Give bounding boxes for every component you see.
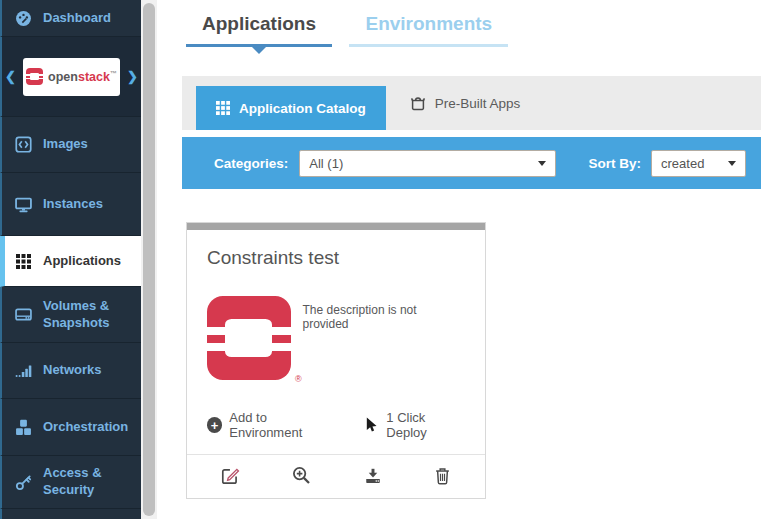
main-content: Applications Environments Application Ca… [157, 0, 761, 519]
grid-icon [15, 253, 32, 270]
shopping-bag-icon [410, 95, 426, 111]
chevron-right-icon[interactable]: ❯ [127, 69, 138, 84]
sidebar-next-item-partial [0, 509, 141, 519]
caret-down-icon [538, 161, 546, 166]
sidebar-item-label: Orchestration [43, 419, 128, 436]
sidebar-item-images[interactable]: Images [0, 117, 141, 173]
sidebar-item-label: Dashboard [43, 10, 111, 27]
scrollbar-thumb[interactable] [143, 3, 155, 516]
cursor-icon [364, 417, 379, 433]
categories-label: Categories: [214, 156, 288, 171]
sidebar-item-label: Volumes & Snapshots [43, 298, 141, 332]
active-tab-pointer [252, 47, 266, 54]
card-footer [187, 454, 485, 498]
one-click-deploy-button[interactable]: 1 Click Deploy [364, 410, 465, 440]
categories-selected-value: All (1) [309, 156, 343, 171]
sidebar-item-label: Networks [43, 362, 102, 379]
openstack-logo[interactable]: openstack™ [23, 58, 120, 96]
sort-selected-value: created [661, 156, 704, 171]
application-description: The description is not provided [303, 303, 465, 380]
filter-bar: Categories: All (1) Sort By: created [182, 137, 761, 189]
sidebar-item-label: Applications [43, 253, 121, 270]
application-card: Constraints test ® The description is no… [186, 222, 486, 499]
sidebar: Dashboard ❮ openstack™ ❯ Images Instance… [0, 0, 141, 519]
sidebar-item-networks[interactable]: Networks [0, 343, 141, 399]
code-brackets-icon [15, 136, 32, 153]
tab-environments[interactable]: Environments [349, 13, 508, 47]
openstack-logo-text: openstack™ [48, 70, 117, 84]
categories-select[interactable]: All (1) [299, 150, 556, 177]
subtab-label: Application Catalog [239, 101, 366, 116]
tab-label: Environments [365, 13, 492, 34]
add-to-environment-button[interactable]: + Add to Environment [207, 410, 338, 440]
plus-circle-icon: + [207, 417, 222, 433]
chevron-left-icon[interactable]: ❮ [5, 69, 16, 84]
sidebar-item-label: Instances [43, 196, 103, 213]
subtab-label: Pre-Built Apps [435, 96, 521, 111]
tab-pre-built-apps[interactable]: Pre-Built Apps [386, 76, 545, 130]
sort-by-select[interactable]: created [651, 150, 746, 177]
zoom-in-icon[interactable] [292, 466, 311, 485]
card-top-strip [187, 223, 485, 230]
gauge-icon [15, 10, 32, 27]
main-tabs: Applications Environments [186, 13, 521, 47]
sidebar-item-instances[interactable]: Instances [0, 173, 141, 236]
add-to-environment-label: Add to Environment [229, 410, 338, 440]
tab-applications[interactable]: Applications [186, 13, 332, 47]
sidebar-item-orchestration[interactable]: Orchestration [0, 399, 141, 456]
tab-label: Applications [202, 13, 316, 34]
logo-carousel: ❮ openstack™ ❯ [0, 37, 141, 117]
application-logo: ® [207, 296, 291, 380]
sidebar-item-volumes-snapshots[interactable]: Volumes & Snapshots [0, 287, 141, 343]
sidebar-item-label: Images [43, 136, 88, 153]
key-icon [15, 474, 32, 491]
one-click-deploy-label: 1 Click Deploy [386, 410, 465, 440]
monitor-icon [15, 196, 32, 213]
trash-icon[interactable] [434, 467, 451, 485]
sidebar-item-applications[interactable]: Applications [0, 236, 141, 287]
hard-drive-icon [15, 306, 32, 323]
edit-icon[interactable] [221, 466, 240, 485]
registered-mark: ® [295, 374, 302, 384]
download-icon[interactable] [364, 467, 382, 485]
card-body: ® The description is not provided [207, 296, 465, 380]
sort-by-label: Sort By: [588, 156, 641, 171]
catalog-subtab-bar: Application Catalog Pre-Built Apps [182, 76, 761, 130]
card-actions: + Add to Environment 1 Click Deploy [207, 410, 465, 440]
openstack-cube-icon [26, 68, 43, 85]
application-title: Constraints test [207, 247, 465, 269]
cubes-icon [15, 419, 32, 436]
caret-down-icon [728, 161, 736, 166]
vertical-scrollbar [141, 0, 157, 519]
sidebar-item-label: Access & Security [43, 465, 141, 499]
signal-bars-icon [15, 362, 32, 379]
sidebar-item-dashboard[interactable]: Dashboard [0, 0, 141, 37]
sidebar-item-access-security[interactable]: Access & Security [0, 456, 141, 509]
tab-application-catalog[interactable]: Application Catalog [196, 86, 386, 130]
grid-icon [216, 101, 230, 115]
